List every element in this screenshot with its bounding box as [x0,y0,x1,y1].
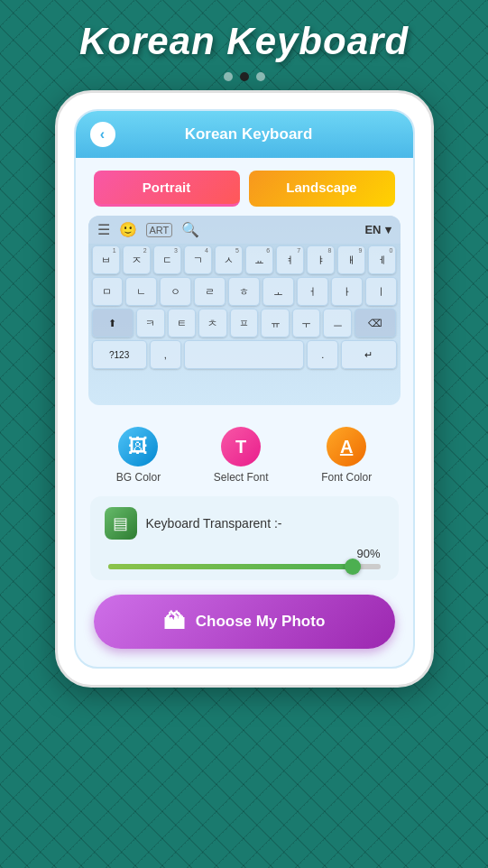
chevron-down-icon: ▾ [385,223,391,236]
key-ng[interactable]: ㅇ [160,277,191,306]
transparent-section: ▤ Keyboard Transparent :- 90% [90,496,399,580]
key-k[interactable]: ㅋ [136,309,165,337]
inner-card: ‹ Korean Keyboard Portrait Landscape ☰ 🙂… [74,109,415,669]
art-icon: ART [146,223,173,237]
select-font-icon: T [221,427,261,466]
dot-2 [240,72,249,81]
bg-color-label: BG Color [116,471,161,484]
lang-label: EN [364,223,381,236]
dot-1 [224,72,233,81]
language-selector[interactable]: EN ▾ [364,223,391,236]
key-ch[interactable]: ㅊ [198,309,227,337]
key-i[interactable]: ㅣ [365,277,397,306]
slider-container: 90% [105,547,384,569]
bg-color-button[interactable]: 🖼 BG Color [116,427,161,484]
key-t[interactable]: ㅌ [168,309,197,337]
keyboard-rows: 1ㅂ 2ㅈ 3ㄷ 4ㄱ 5ㅅ 6ㅛ 7ㅕ 8ㅑ 9ㅐ 0ㅔ ㅁ ㄴ ㅇ ㄹ [88,244,401,374]
transparent-label: Keyboard Transparent :- [146,516,282,531]
key-eo[interactable]: ㅓ [297,277,328,306]
slider-thumb[interactable] [345,559,361,575]
period-key[interactable]: . [307,340,338,369]
key-4[interactable]: 4ㄱ [184,245,212,274]
font-color-button[interactable]: A Font Color [321,427,372,484]
keyboard-toolbar: ☰ 🙂 ART 🔍 EN ▾ [88,216,401,244]
key-7[interactable]: 7ㅕ [276,245,304,274]
choose-photo-button[interactable]: 🏔 Choose My Photo [94,595,395,649]
select-font-label: Select Font [214,471,269,484]
key-yu[interactable]: ㅠ [261,309,290,337]
num-switch-key[interactable]: ?123 [92,340,147,369]
page-title: Korean Keyboard [0,0,488,72]
key-row-2: ㅁ ㄴ ㅇ ㄹ ㅎ ㅗ ㅓ ㅏ ㅣ [92,277,397,306]
page-indicators [0,72,488,81]
key-row-3: ⬆ ㅋ ㅌ ㅊ ㅍ ㅠ ㅜ ㅡ ⌫ [92,309,397,337]
key-r[interactable]: ㄹ [194,277,226,306]
emoji-icon: 🙂 [119,221,137,238]
key-o[interactable]: ㅗ [262,277,294,306]
key-u[interactable]: ㅜ [292,309,321,337]
key-row-4: ?123 , . ↵ [92,340,397,369]
bottom-controls: 🖼 BG Color T Select Font A Font Color ▤ … [76,414,413,580]
choose-photo-label: Choose My Photo [196,613,326,631]
backspace-key[interactable]: ⌫ [354,309,396,337]
key-9[interactable]: 9ㅐ [337,245,365,274]
space-key[interactable] [184,340,305,369]
key-2[interactable]: 2ㅈ [123,245,151,274]
header-bar: ‹ Korean Keyboard [76,111,413,158]
key-a[interactable]: ㅏ [331,277,363,306]
dot-3 [256,72,265,81]
key-0[interactable]: 0ㅔ [368,245,396,274]
enter-key[interactable]: ↵ [341,340,396,369]
slider-percent: 90% [108,547,381,560]
key-6[interactable]: 6ㅛ [245,245,273,274]
key-1[interactable]: 1ㅂ [92,245,120,274]
comma-key[interactable]: , [150,340,181,369]
mode-tabs: Portrait Landscape [76,158,413,207]
key-m[interactable]: ㅁ [92,277,124,306]
portrait-tab[interactable]: Portrait [94,171,240,207]
key-h[interactable]: ㅎ [228,277,260,306]
key-row-1: 1ㅂ 2ㅈ 3ㄷ 4ㄱ 5ㅅ 6ㅛ 7ㅕ 8ㅑ 9ㅐ 0ㅔ [92,245,397,274]
photo-icon: 🏔 [163,609,185,634]
key-eu[interactable]: ㅡ [323,309,352,337]
keyboard-preview: ☰ 🙂 ART 🔍 EN ▾ 1ㅂ 2ㅈ 3ㄷ 4ㄱ 5ㅅ 6ㅛ [88,216,401,405]
header-title: Korean Keyboard [124,125,373,143]
key-3[interactable]: 3ㄷ [153,245,181,274]
color-row: 🖼 BG Color T Select Font A Font Color [90,427,399,484]
transparent-icon: ▤ [105,507,137,540]
search-icon: 🔍 [181,221,199,238]
bg-color-icon: 🖼 [118,427,158,466]
slider-fill [108,564,354,569]
key-8[interactable]: 8ㅑ [307,245,335,274]
back-button[interactable]: ‹ [90,122,115,147]
key-n[interactable]: ㄴ [125,277,157,306]
key-p[interactable]: ㅍ [230,309,259,337]
select-font-button[interactable]: T Select Font [214,427,269,484]
key-5[interactable]: 5ㅅ [215,245,243,274]
font-color-icon: A [327,427,366,466]
transparent-header: ▤ Keyboard Transparent :- [105,507,384,540]
slider-track [108,564,381,569]
font-color-label: Font Color [321,471,372,484]
landscape-tab[interactable]: Landscape [249,171,395,207]
shift-key[interactable]: ⬆ [92,309,134,337]
phone-frame: ‹ Korean Keyboard Portrait Landscape ☰ 🙂… [55,90,434,688]
menu-icon: ☰ [97,221,110,238]
